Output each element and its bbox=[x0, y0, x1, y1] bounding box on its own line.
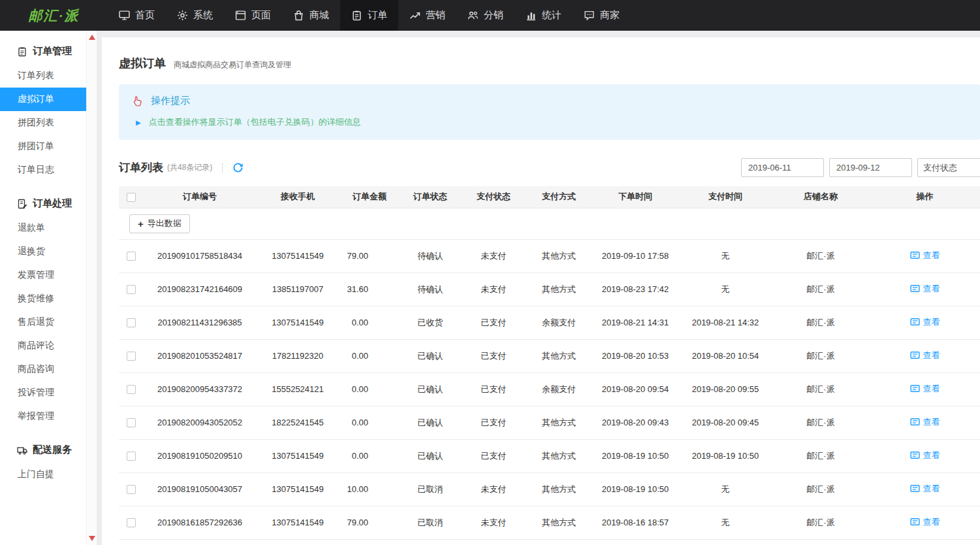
nav-item-stats[interactable]: 统计 bbox=[514, 0, 573, 31]
cell-store: 邮汇·派 bbox=[772, 372, 870, 406]
export-button[interactable]: + 导出数据 bbox=[129, 214, 190, 233]
plus-icon: + bbox=[138, 219, 144, 229]
sidebar-item[interactable]: 商品评论 bbox=[0, 334, 86, 357]
row-checkbox[interactable] bbox=[127, 252, 136, 261]
sidebar-item[interactable]: 售后退货 bbox=[0, 310, 86, 334]
refresh-icon[interactable] bbox=[232, 162, 244, 173]
nav-item-home[interactable]: 首页 bbox=[108, 0, 166, 31]
view-icon bbox=[910, 250, 920, 260]
cell-pay-method: 其他方式 bbox=[526, 439, 592, 472]
nav-item-merchant[interactable]: 商家 bbox=[573, 0, 631, 31]
view-link[interactable]: 查看 bbox=[910, 250, 940, 261]
cell-phone: 13075141549 bbox=[256, 472, 340, 506]
view-link[interactable]: 查看 bbox=[910, 383, 940, 395]
sidebar-item[interactable]: 拼团列表 bbox=[0, 111, 86, 135]
order-table: 订单编号接收手机订单金额订单状态支付状态支付方式下单时间支付时间店铺名称操作 +… bbox=[119, 186, 980, 540]
cell-phone: 13075141549 bbox=[256, 306, 340, 339]
row-checkbox[interactable] bbox=[127, 418, 136, 427]
scroll-down-icon[interactable] bbox=[89, 536, 95, 541]
cell-order-no: 201909101758518434 bbox=[144, 239, 256, 272]
nav-item-label: 统计 bbox=[542, 9, 561, 22]
clipboard-icon bbox=[17, 46, 27, 57]
gear-icon bbox=[177, 10, 188, 21]
sidebar-item[interactable]: 举报管理 bbox=[0, 405, 86, 428]
page-head: 虚拟订单 商城虚拟商品交易订单查询及管理 bbox=[119, 56, 980, 71]
sidebar-item[interactable]: 商品咨询 bbox=[0, 357, 86, 381]
edit-doc-icon bbox=[17, 199, 27, 209]
nav-item-pages[interactable]: 页面 bbox=[224, 0, 282, 31]
cell-order-status: 已确认 bbox=[400, 439, 461, 472]
view-link[interactable]: 查看 bbox=[910, 416, 940, 428]
cell-pay-method: 余额支付 bbox=[526, 306, 592, 339]
chat-icon bbox=[584, 10, 595, 21]
column-header: 支付方式 bbox=[526, 186, 592, 208]
sidebar-item[interactable]: 投诉管理 bbox=[0, 381, 86, 405]
sidebar-scrollbar[interactable] bbox=[86, 31, 97, 545]
cell-order-time: 2019-08-19 10:50 bbox=[592, 472, 679, 506]
sidebar-item[interactable]: 上门自提 bbox=[0, 463, 86, 486]
cell-pay-time: 无 bbox=[679, 272, 772, 306]
table-row: 201908191050209510130751415490.00已确认已支付其… bbox=[119, 439, 980, 472]
nav-item-system[interactable]: 系统 bbox=[166, 0, 224, 31]
cell-order-time: 2019-09-10 17:58 bbox=[592, 239, 679, 272]
view-link[interactable]: 查看 bbox=[910, 483, 940, 495]
nav-item-marketing[interactable]: 营销 bbox=[398, 0, 456, 31]
cell-pay-status: 未支付 bbox=[461, 272, 526, 306]
sidebar-item[interactable]: 订单日志 bbox=[0, 158, 86, 182]
mall-icon bbox=[293, 10, 304, 21]
sidebar-item[interactable]: 虚拟订单 bbox=[0, 88, 86, 111]
sidebar-item[interactable]: 退换货 bbox=[0, 240, 86, 263]
sidebar-item[interactable]: 拼团订单 bbox=[0, 135, 86, 158]
cell-order-time: 2019-08-20 09:43 bbox=[592, 406, 679, 439]
row-checkbox[interactable] bbox=[127, 485, 136, 494]
cell-store: 邮汇·派 bbox=[772, 272, 870, 306]
order-icon bbox=[351, 10, 362, 21]
cell-order-time: 2019-08-20 10:53 bbox=[592, 339, 679, 372]
nav-item-label: 商家 bbox=[600, 9, 620, 22]
cell-order-time: 2019-08-16 18:57 bbox=[592, 506, 679, 539]
logo[interactable]: 邮汇·派 bbox=[0, 0, 108, 31]
nav-item-mall[interactable]: 商城 bbox=[282, 0, 340, 31]
row-checkbox[interactable] bbox=[127, 352, 136, 361]
cell-pay-time: 2019-08-20 10:54 bbox=[679, 339, 772, 372]
sidebar-item[interactable]: 发票管理 bbox=[0, 263, 86, 287]
scroll-up-icon[interactable] bbox=[89, 35, 95, 40]
row-checkbox[interactable] bbox=[127, 318, 136, 327]
view-link[interactable]: 查看 bbox=[910, 516, 940, 528]
view-link[interactable]: 查看 bbox=[910, 350, 940, 361]
row-checkbox[interactable] bbox=[127, 385, 136, 394]
pay-status-select[interactable]: 支付状态 ▾ bbox=[917, 158, 980, 177]
bullet-arrow-icon: ▶ bbox=[136, 119, 141, 126]
sidebar-item[interactable]: 退款单 bbox=[0, 216, 86, 240]
date-to-input[interactable] bbox=[829, 158, 912, 177]
date-from-input[interactable] bbox=[741, 158, 824, 177]
cell-store: 邮汇·派 bbox=[772, 472, 870, 506]
nav-item-order[interactable]: 订单 bbox=[340, 0, 398, 31]
view-link[interactable]: 查看 bbox=[910, 283, 940, 295]
view-link[interactable]: 查看 bbox=[910, 450, 940, 461]
cell-amount: 31.60 bbox=[340, 272, 400, 306]
row-checkbox[interactable] bbox=[127, 452, 136, 461]
list-title: 订单列表 bbox=[119, 160, 163, 175]
table-row: 201908200943052052182252415450.00已确认已支付其… bbox=[119, 406, 980, 439]
filters: 支付状态 ▾ bbox=[741, 158, 980, 177]
row-checkbox[interactable] bbox=[127, 285, 136, 294]
column-header: 支付时间 bbox=[679, 186, 772, 208]
page-title: 虚拟订单 bbox=[119, 56, 166, 71]
select-all-checkbox[interactable] bbox=[127, 193, 136, 202]
cell-order-status: 已确认 bbox=[400, 406, 461, 439]
cell-amount: 0.00 bbox=[340, 406, 400, 439]
table-row: 2019091017585184341307514154979.00待确认未支付… bbox=[119, 239, 980, 272]
row-checkbox[interactable] bbox=[127, 518, 136, 527]
delivery-icon bbox=[17, 445, 27, 455]
sidebar-item[interactable]: 订单列表 bbox=[0, 64, 86, 88]
nav-item-distribution[interactable]: 分销 bbox=[456, 0, 514, 31]
cell-pay-status: 未支付 bbox=[461, 239, 526, 272]
cell-pay-status: 已支付 bbox=[461, 306, 526, 339]
table-row: 2019081618572926361307514154979.00已取消未支付… bbox=[119, 506, 980, 539]
sidebar-item[interactable]: 换货维修 bbox=[0, 287, 86, 310]
cell-store: 邮汇·派 bbox=[772, 339, 870, 372]
view-link[interactable]: 查看 bbox=[910, 316, 940, 328]
pages-icon bbox=[235, 10, 246, 21]
column-header: 店铺名称 bbox=[772, 186, 870, 208]
